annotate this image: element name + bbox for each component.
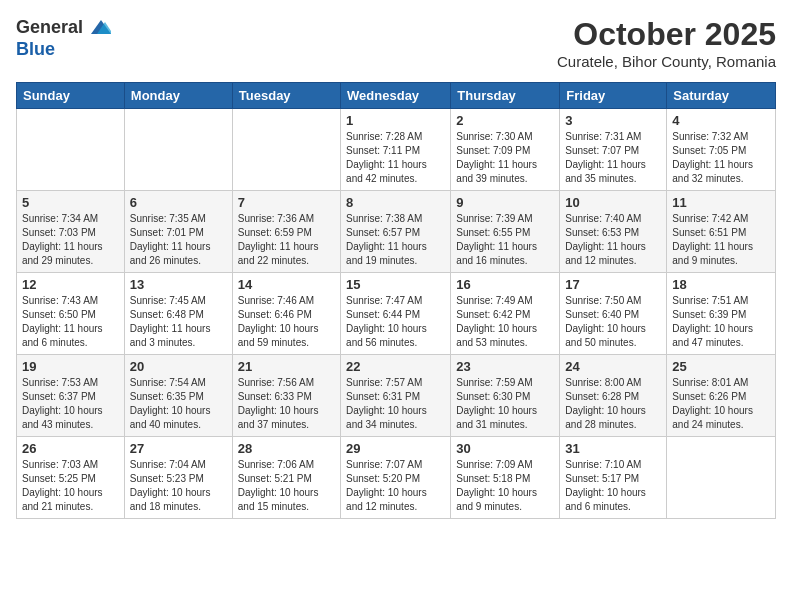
page-header: General Blue October 2025 Curatele, Biho… (16, 16, 776, 70)
day-info: Sunrise: 8:01 AMSunset: 6:26 PMDaylight:… (672, 376, 770, 432)
day-number: 25 (672, 359, 770, 374)
calendar-cell: 17Sunrise: 7:50 AMSunset: 6:40 PMDayligh… (560, 273, 667, 355)
day-info: Sunrise: 7:04 AMSunset: 5:23 PMDaylight:… (130, 458, 227, 514)
day-info: Sunrise: 7:07 AMSunset: 5:20 PMDaylight:… (346, 458, 445, 514)
calendar-cell: 31Sunrise: 7:10 AMSunset: 5:17 PMDayligh… (560, 437, 667, 519)
day-number: 14 (238, 277, 335, 292)
day-number: 1 (346, 113, 445, 128)
day-number: 18 (672, 277, 770, 292)
calendar-cell: 15Sunrise: 7:47 AMSunset: 6:44 PMDayligh… (341, 273, 451, 355)
day-info: Sunrise: 7:03 AMSunset: 5:25 PMDaylight:… (22, 458, 119, 514)
day-info: Sunrise: 7:42 AMSunset: 6:51 PMDaylight:… (672, 212, 770, 268)
calendar-cell: 24Sunrise: 8:00 AMSunset: 6:28 PMDayligh… (560, 355, 667, 437)
day-info: Sunrise: 7:06 AMSunset: 5:21 PMDaylight:… (238, 458, 335, 514)
calendar-cell: 9Sunrise: 7:39 AMSunset: 6:55 PMDaylight… (451, 191, 560, 273)
calendar-week-row-5: 26Sunrise: 7:03 AMSunset: 5:25 PMDayligh… (17, 437, 776, 519)
calendar-cell: 2Sunrise: 7:30 AMSunset: 7:09 PMDaylight… (451, 109, 560, 191)
calendar-cell: 19Sunrise: 7:53 AMSunset: 6:37 PMDayligh… (17, 355, 125, 437)
calendar-cell: 30Sunrise: 7:09 AMSunset: 5:18 PMDayligh… (451, 437, 560, 519)
day-info: Sunrise: 7:31 AMSunset: 7:07 PMDaylight:… (565, 130, 661, 186)
month-title: October 2025 (557, 16, 776, 53)
calendar-cell: 1Sunrise: 7:28 AMSunset: 7:11 PMDaylight… (341, 109, 451, 191)
calendar-cell (232, 109, 340, 191)
calendar-table: SundayMondayTuesdayWednesdayThursdayFrid… (16, 82, 776, 519)
day-info: Sunrise: 7:47 AMSunset: 6:44 PMDaylight:… (346, 294, 445, 350)
day-info: Sunrise: 7:30 AMSunset: 7:09 PMDaylight:… (456, 130, 554, 186)
calendar-cell: 6Sunrise: 7:35 AMSunset: 7:01 PMDaylight… (124, 191, 232, 273)
day-number: 15 (346, 277, 445, 292)
logo-blue-text: Blue (16, 40, 111, 60)
day-info: Sunrise: 7:38 AMSunset: 6:57 PMDaylight:… (346, 212, 445, 268)
calendar-cell: 20Sunrise: 7:54 AMSunset: 6:35 PMDayligh… (124, 355, 232, 437)
calendar-week-row-1: 1Sunrise: 7:28 AMSunset: 7:11 PMDaylight… (17, 109, 776, 191)
day-info: Sunrise: 7:57 AMSunset: 6:31 PMDaylight:… (346, 376, 445, 432)
weekday-header-sunday: Sunday (17, 83, 125, 109)
day-number: 11 (672, 195, 770, 210)
day-number: 17 (565, 277, 661, 292)
calendar-cell: 3Sunrise: 7:31 AMSunset: 7:07 PMDaylight… (560, 109, 667, 191)
weekday-header-monday: Monday (124, 83, 232, 109)
day-info: Sunrise: 7:34 AMSunset: 7:03 PMDaylight:… (22, 212, 119, 268)
calendar-cell: 25Sunrise: 8:01 AMSunset: 6:26 PMDayligh… (667, 355, 776, 437)
day-number: 19 (22, 359, 119, 374)
weekday-header-tuesday: Tuesday (232, 83, 340, 109)
calendar-cell (17, 109, 125, 191)
day-info: Sunrise: 8:00 AMSunset: 6:28 PMDaylight:… (565, 376, 661, 432)
calendar-cell: 14Sunrise: 7:46 AMSunset: 6:46 PMDayligh… (232, 273, 340, 355)
calendar-cell: 13Sunrise: 7:45 AMSunset: 6:48 PMDayligh… (124, 273, 232, 355)
calendar-cell (667, 437, 776, 519)
day-number: 31 (565, 441, 661, 456)
calendar-week-row-4: 19Sunrise: 7:53 AMSunset: 6:37 PMDayligh… (17, 355, 776, 437)
day-info: Sunrise: 7:50 AMSunset: 6:40 PMDaylight:… (565, 294, 661, 350)
calendar-cell: 16Sunrise: 7:49 AMSunset: 6:42 PMDayligh… (451, 273, 560, 355)
weekday-header-friday: Friday (560, 83, 667, 109)
day-number: 8 (346, 195, 445, 210)
weekday-header-row: SundayMondayTuesdayWednesdayThursdayFrid… (17, 83, 776, 109)
day-info: Sunrise: 7:10 AMSunset: 5:17 PMDaylight:… (565, 458, 661, 514)
calendar-week-row-2: 5Sunrise: 7:34 AMSunset: 7:03 PMDaylight… (17, 191, 776, 273)
day-info: Sunrise: 7:32 AMSunset: 7:05 PMDaylight:… (672, 130, 770, 186)
day-info: Sunrise: 7:49 AMSunset: 6:42 PMDaylight:… (456, 294, 554, 350)
day-number: 20 (130, 359, 227, 374)
title-block: October 2025 Curatele, Bihor County, Rom… (557, 16, 776, 70)
day-info: Sunrise: 7:43 AMSunset: 6:50 PMDaylight:… (22, 294, 119, 350)
day-number: 4 (672, 113, 770, 128)
day-number: 26 (22, 441, 119, 456)
day-number: 5 (22, 195, 119, 210)
logo: General Blue (16, 16, 111, 60)
day-number: 3 (565, 113, 661, 128)
day-info: Sunrise: 7:35 AMSunset: 7:01 PMDaylight:… (130, 212, 227, 268)
calendar-cell: 28Sunrise: 7:06 AMSunset: 5:21 PMDayligh… (232, 437, 340, 519)
location-title: Curatele, Bihor County, Romania (557, 53, 776, 70)
day-info: Sunrise: 7:54 AMSunset: 6:35 PMDaylight:… (130, 376, 227, 432)
day-number: 24 (565, 359, 661, 374)
day-number: 27 (130, 441, 227, 456)
day-number: 29 (346, 441, 445, 456)
day-number: 23 (456, 359, 554, 374)
calendar-cell: 22Sunrise: 7:57 AMSunset: 6:31 PMDayligh… (341, 355, 451, 437)
day-number: 7 (238, 195, 335, 210)
calendar-cell: 26Sunrise: 7:03 AMSunset: 5:25 PMDayligh… (17, 437, 125, 519)
day-info: Sunrise: 7:51 AMSunset: 6:39 PMDaylight:… (672, 294, 770, 350)
weekday-header-wednesday: Wednesday (341, 83, 451, 109)
day-number: 2 (456, 113, 554, 128)
day-info: Sunrise: 7:46 AMSunset: 6:46 PMDaylight:… (238, 294, 335, 350)
day-info: Sunrise: 7:59 AMSunset: 6:30 PMDaylight:… (456, 376, 554, 432)
day-info: Sunrise: 7:53 AMSunset: 6:37 PMDaylight:… (22, 376, 119, 432)
day-info: Sunrise: 7:28 AMSunset: 7:11 PMDaylight:… (346, 130, 445, 186)
calendar-cell: 21Sunrise: 7:56 AMSunset: 6:33 PMDayligh… (232, 355, 340, 437)
day-info: Sunrise: 7:09 AMSunset: 5:18 PMDaylight:… (456, 458, 554, 514)
calendar-cell: 11Sunrise: 7:42 AMSunset: 6:51 PMDayligh… (667, 191, 776, 273)
weekday-header-saturday: Saturday (667, 83, 776, 109)
calendar-cell: 18Sunrise: 7:51 AMSunset: 6:39 PMDayligh… (667, 273, 776, 355)
day-number: 21 (238, 359, 335, 374)
calendar-cell: 27Sunrise: 7:04 AMSunset: 5:23 PMDayligh… (124, 437, 232, 519)
day-number: 6 (130, 195, 227, 210)
calendar-cell: 10Sunrise: 7:40 AMSunset: 6:53 PMDayligh… (560, 191, 667, 273)
calendar-cell: 8Sunrise: 7:38 AMSunset: 6:57 PMDaylight… (341, 191, 451, 273)
day-info: Sunrise: 7:36 AMSunset: 6:59 PMDaylight:… (238, 212, 335, 268)
day-number: 12 (22, 277, 119, 292)
day-info: Sunrise: 7:39 AMSunset: 6:55 PMDaylight:… (456, 212, 554, 268)
day-number: 13 (130, 277, 227, 292)
day-number: 28 (238, 441, 335, 456)
